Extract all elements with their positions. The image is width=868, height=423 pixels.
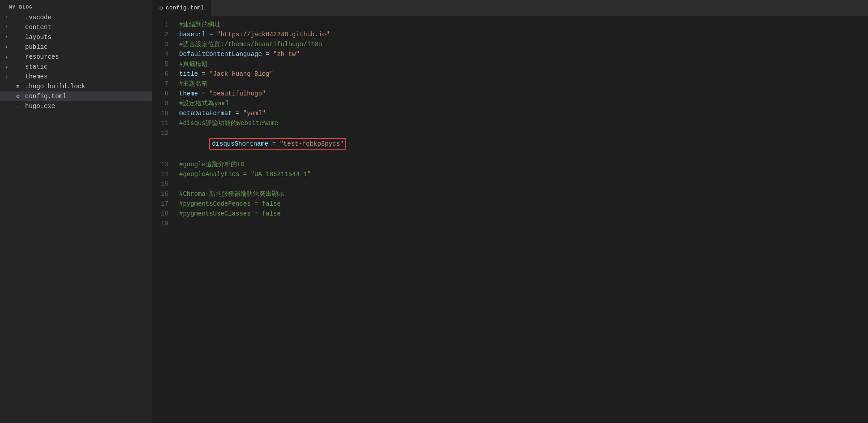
line-content: #google追蹤分析的ID bbox=[179, 160, 868, 169]
sidebar-title: MY BLOG bbox=[0, 0, 152, 13]
chevron-right-icon: › bbox=[5, 15, 13, 20]
line-number: 9 bbox=[152, 99, 179, 108]
sidebar-item-static[interactable]: › static bbox=[0, 62, 152, 72]
code-line-10: 10 metaDataFormat = "yaml" bbox=[152, 108, 868, 118]
line-number: 13 bbox=[152, 160, 179, 169]
line-content bbox=[179, 219, 868, 229]
highlighted-line-box: disqusShortname = "test-fqbkp8pycs" bbox=[209, 138, 346, 150]
chevron-right-icon: › bbox=[5, 25, 13, 30]
code-line-12: 12 disqusShortname = "test-fqbkp8pycs" bbox=[152, 128, 868, 160]
chevron-right-icon: › bbox=[5, 74, 13, 79]
chevron-right-icon: › bbox=[5, 35, 13, 40]
line-content: #語言設定位置:/themes/beautifulhugo/i18n bbox=[179, 39, 868, 49]
code-line-3: 3 #語言設定位置:/themes/beautifulhugo/i18n bbox=[152, 39, 868, 49]
line-number: 5 bbox=[152, 59, 179, 69]
sidebar-item-themes[interactable]: › themes bbox=[0, 72, 152, 82]
line-number: 14 bbox=[152, 169, 179, 179]
line-content: theme = "beautifulhugo" bbox=[179, 89, 868, 99]
line-number: 12 bbox=[152, 128, 179, 138]
line-content: #pygmentsCodeFences = false bbox=[179, 199, 868, 209]
code-line-18: 18 #pygmentsUseClasses = false bbox=[152, 209, 868, 219]
line-content: #頁籤標題 bbox=[179, 59, 868, 69]
code-line-8: 8 theme = "beautifulhugo" bbox=[152, 89, 868, 99]
line-number: 1 bbox=[152, 20, 179, 30]
chevron-right-icon: › bbox=[5, 55, 13, 60]
sidebar-item-label: static bbox=[25, 63, 152, 70]
line-content: baseurl = "https://jack842248.github.io" bbox=[179, 30, 868, 39]
code-line-7: 7 #主題名稱 bbox=[152, 79, 868, 89]
line-content: #設定格式為yaml bbox=[179, 99, 868, 108]
line-number: 17 bbox=[152, 199, 179, 209]
sidebar-item-label: .vscode bbox=[25, 14, 152, 21]
sidebar-item-label: public bbox=[25, 43, 152, 51]
line-content: title = "Jack Huang Blog" bbox=[179, 69, 868, 79]
code-line-6: 6 title = "Jack Huang Blog" bbox=[152, 69, 868, 79]
sidebar-item-label: resources bbox=[25, 53, 152, 60]
line-number: 15 bbox=[152, 179, 179, 189]
line-number: 7 bbox=[152, 79, 179, 89]
line-content: #連結到的網址 bbox=[179, 20, 868, 30]
sidebar-item-hugo-build[interactable]: ≡ .hugo_build.lock bbox=[0, 82, 152, 91]
sidebar-item-label: config.toml bbox=[25, 93, 152, 100]
line-number: 2 bbox=[152, 30, 179, 39]
line-content bbox=[179, 179, 868, 189]
editor: ⚙ config.toml 1 #連結到的網址 2 baseurl = "htt… bbox=[152, 0, 868, 423]
tab-gear-icon: ⚙ bbox=[159, 4, 163, 12]
gear-icon: ⚙ bbox=[13, 93, 22, 100]
sidebar-item-label: layouts bbox=[25, 34, 152, 41]
code-line-17: 17 #pygmentsCodeFences = false bbox=[152, 199, 868, 209]
line-number: 4 bbox=[152, 49, 179, 59]
line-number: 16 bbox=[152, 189, 179, 199]
line-content: #主題名稱 bbox=[179, 79, 868, 89]
line-number: 19 bbox=[152, 219, 179, 229]
code-line-9: 9 #設定格式為yaml bbox=[152, 99, 868, 108]
editor-content[interactable]: 1 #連結到的網址 2 baseurl = "https://jack84224… bbox=[152, 16, 868, 423]
sidebar-item-public[interactable]: › public bbox=[0, 42, 152, 52]
config-toml-tab[interactable]: ⚙ config.toml bbox=[152, 0, 212, 16]
sidebar-item-resources[interactable]: › resources bbox=[0, 52, 152, 62]
line-number: 8 bbox=[152, 89, 179, 99]
line-content: disqusShortname = "test-fqbkp8pycs" bbox=[179, 128, 868, 160]
code-line-15: 15 bbox=[152, 179, 868, 189]
code-line-16: 16 #Chroma-新的服務器端語法突出顯示 bbox=[152, 189, 868, 199]
line-content: #disqus評論功能的WebsiteName bbox=[179, 118, 868, 128]
code-line-4: 4 DefaultContentLanguage = "zh-tw" bbox=[152, 49, 868, 59]
sidebar-item-label: themes bbox=[25, 73, 152, 80]
sidebar-item-label: content bbox=[25, 24, 152, 31]
code-line-1: 1 #連結到的網址 bbox=[152, 20, 868, 30]
code-line-19: 19 bbox=[152, 219, 868, 229]
line-number: 6 bbox=[152, 69, 179, 79]
code-line-11: 11 #disqus評論功能的WebsiteName bbox=[152, 118, 868, 128]
line-number: 10 bbox=[152, 108, 179, 118]
line-number: 18 bbox=[152, 209, 179, 219]
sidebar-item-hugo-exe[interactable]: ≡ hugo.exe bbox=[0, 101, 152, 111]
sidebar-item-config-toml[interactable]: ⚙ config.toml bbox=[0, 91, 152, 101]
list-icon: ≡ bbox=[13, 83, 22, 90]
line-content: #Chroma-新的服務器端語法突出顯示 bbox=[179, 189, 868, 199]
chevron-right-icon: › bbox=[5, 65, 13, 69]
line-content: #pygmentsUseClasses = false bbox=[179, 209, 868, 219]
tab-label: config.toml bbox=[166, 4, 204, 11]
list-icon: ≡ bbox=[13, 103, 22, 110]
code-line-5: 5 #頁籤標題 bbox=[152, 59, 868, 69]
sidebar-item-label: hugo.exe bbox=[25, 103, 152, 110]
line-number: 3 bbox=[152, 39, 179, 49]
line-content: DefaultContentLanguage = "zh-tw" bbox=[179, 49, 868, 59]
line-content: #googleAnalytics = "UA-186211544-1" bbox=[179, 169, 868, 179]
sidebar-item-content[interactable]: › content bbox=[0, 22, 152, 32]
code-line-13: 13 #google追蹤分析的ID bbox=[152, 160, 868, 169]
line-content: metaDataFormat = "yaml" bbox=[179, 108, 868, 118]
tab-bar: ⚙ config.toml bbox=[152, 0, 868, 16]
code-line-14: 14 #googleAnalytics = "UA-186211544-1" bbox=[152, 169, 868, 179]
line-number: 11 bbox=[152, 118, 179, 128]
sidebar-item-vscode[interactable]: › .vscode bbox=[0, 13, 152, 22]
sidebar: MY BLOG › .vscode › content › layouts › … bbox=[0, 0, 152, 423]
chevron-right-icon: › bbox=[5, 45, 13, 50]
sidebar-item-layouts[interactable]: › layouts bbox=[0, 32, 152, 42]
code-line-2: 2 baseurl = "https://jack842248.github.i… bbox=[152, 30, 868, 39]
sidebar-item-label: .hugo_build.lock bbox=[25, 83, 152, 90]
